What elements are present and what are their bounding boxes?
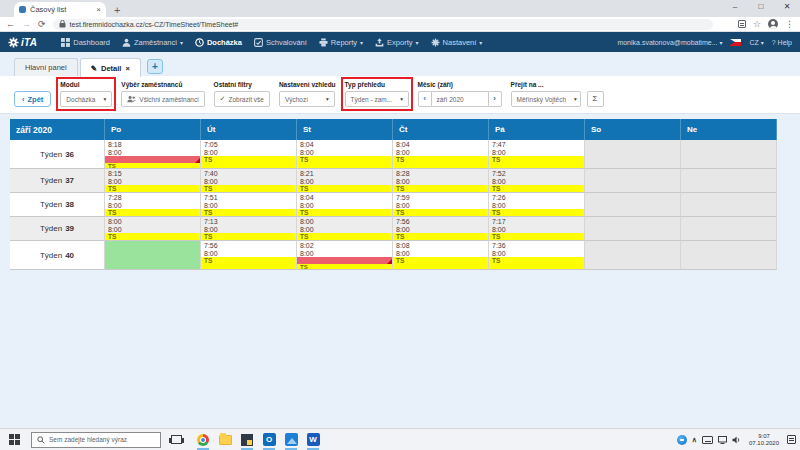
volume-icon[interactable] xyxy=(732,436,741,444)
timesheet-cell[interactable]: 8:218:00TS xyxy=(297,169,393,193)
add-tab-button[interactable]: + xyxy=(147,59,163,74)
nav-item-reporty[interactable]: Reporty▾ xyxy=(319,38,363,47)
tab-detail[interactable]: ✎ Detail × xyxy=(80,58,141,77)
maximize-icon[interactable]: □ xyxy=(748,0,774,16)
nav-item-dochazka[interactable]: Docházka xyxy=(195,38,242,47)
prev-month-button[interactable]: ‹ xyxy=(418,91,432,107)
network-icon[interactable] xyxy=(718,436,727,444)
timesheet-cell[interactable]: 8:288:00TS xyxy=(393,169,489,193)
timesheet-cell[interactable]: 8:048:00TS xyxy=(393,140,489,169)
back-button[interactable]: ‹ Zpět xyxy=(14,91,51,107)
timesheet-cell[interactable]: 8:088:00TS xyxy=(393,241,489,270)
nav-item-zamestnanci[interactable]: Zaměstnanci▾ xyxy=(122,38,183,47)
timesheet-cell[interactable]: 7:478:00TS xyxy=(489,140,585,169)
timesheet-cell[interactable]: 8:008:00TS xyxy=(297,217,393,241)
back-icon[interactable]: ← xyxy=(6,20,15,29)
month-value[interactable]: září 2020 xyxy=(432,91,488,107)
modul-select[interactable]: Docházka▾ xyxy=(60,91,112,107)
view-type-select[interactable]: Týden - zam...▾ xyxy=(345,91,409,107)
browser-menu-icon[interactable]: ⋮ xyxy=(785,20,794,29)
minimize-icon[interactable]: – xyxy=(722,0,748,16)
chevron-down-icon: ▾ xyxy=(395,96,403,102)
url-bar[interactable]: test.firemnidochazka.cz/cs-CZ/TimeSheet/… xyxy=(53,19,713,30)
taskbar-app-photos[interactable] xyxy=(284,431,298,448)
timesheet-cell[interactable]: 8:028:00TS xyxy=(297,241,393,270)
chevron-down-icon: ▾ xyxy=(416,39,419,46)
language-menu[interactable]: CZ ▾ xyxy=(749,39,763,46)
browser-tab[interactable]: Časový list × xyxy=(14,2,106,17)
nav-item-exporty[interactable]: Exporty▾ xyxy=(375,38,418,47)
taskbar-app-outlook[interactable]: O xyxy=(262,431,276,448)
profile-avatar[interactable] xyxy=(768,19,778,29)
nav-item-schvalovani[interactable]: Schvalování xyxy=(254,38,307,47)
refresh-icon[interactable]: ⟳ xyxy=(38,20,46,29)
taskbar-clock[interactable]: 9:07 07.10.2020 xyxy=(746,433,782,447)
timesheet-cell[interactable]: 7:058:00TS xyxy=(201,140,297,169)
taskbar-app-notes[interactable] xyxy=(240,431,254,448)
action-center-icon[interactable] xyxy=(787,435,796,444)
taskbar-app-word[interactable]: W xyxy=(306,431,320,448)
timesheet-cell[interactable]: 8:158:00TS xyxy=(105,169,201,193)
vacation-cell[interactable] xyxy=(105,241,201,270)
employees-button[interactable]: Všichni zaměstnanci xyxy=(121,91,204,107)
next-month-button[interactable]: › xyxy=(488,91,502,107)
tab-detail-close-icon[interactable]: × xyxy=(125,64,129,73)
timesheet-cell[interactable]: 8:188:00TS xyxy=(105,140,201,169)
worked-vs-plan-times: 7:178:00 xyxy=(489,217,584,233)
timesheet-cell[interactable]: 7:368:00TS xyxy=(489,241,585,270)
weekend-cell[interactable] xyxy=(585,217,681,241)
new-tab-icon[interactable]: + xyxy=(114,3,120,17)
weekend-cell[interactable] xyxy=(681,169,777,193)
task-view-icon[interactable] xyxy=(171,435,182,444)
weekend-cell[interactable] xyxy=(681,241,777,270)
chevron-down-icon: ▾ xyxy=(321,96,329,102)
translate-icon[interactable] xyxy=(738,20,746,28)
sum-button[interactable]: Σ xyxy=(587,91,604,107)
timesheet-cell[interactable]: 8:048:00TS xyxy=(297,140,393,169)
timesheet-cell[interactable]: 7:178:00TS xyxy=(489,217,585,241)
timesheet-cell[interactable]: 7:528:00TS xyxy=(489,169,585,193)
nav-item-nastaveni[interactable]: Nastavení▾ xyxy=(431,38,483,47)
app-navbar: iTA DashboardZaměstnanci▾DocházkaSchvalo… xyxy=(0,32,800,52)
timesheet-cell[interactable]: 7:568:00TS xyxy=(393,217,489,241)
timesheet-cell[interactable]: 7:138:00TS xyxy=(201,217,297,241)
start-button-icon[interactable] xyxy=(9,434,20,445)
close-icon[interactable]: ✕ xyxy=(774,0,800,16)
taskbar-app-explorer[interactable] xyxy=(218,431,232,448)
weekend-cell[interactable] xyxy=(681,140,777,169)
weekend-cell[interactable] xyxy=(585,193,681,217)
weekend-cell[interactable] xyxy=(585,241,681,270)
appearance-select[interactable]: Výchozí▾ xyxy=(279,91,335,107)
forward-icon[interactable]: → xyxy=(22,20,31,29)
show-all-button[interactable]: ✓ Zobrazit vše xyxy=(214,91,270,107)
week-label: Týden36 xyxy=(10,140,105,169)
timesheet-cell[interactable]: 7:518:00TS xyxy=(201,193,297,217)
tab-hlavni-panel[interactable]: Hlavní panel xyxy=(14,58,78,76)
taskbar-search[interactable]: Sem zadejte hledaný výraz xyxy=(31,432,161,448)
tab-close-icon[interactable]: × xyxy=(96,6,101,14)
ts-badge: TS xyxy=(393,209,488,217)
employee-jump-select[interactable]: Měřínský Vojtěch▾ xyxy=(511,91,581,107)
hidden-icons-caret[interactable]: ∧ xyxy=(692,436,697,444)
timesheet-cell[interactable]: 8:048:00TS xyxy=(297,193,393,217)
tray-app-icon[interactable] xyxy=(677,435,687,445)
taskbar: Sem zadejte hledaný výraz OW ∧ 9:07 07.1… xyxy=(0,428,800,450)
weekend-cell[interactable] xyxy=(681,217,777,241)
ts-strip: TS xyxy=(393,185,488,193)
taskbar-app-chrome[interactable] xyxy=(196,431,210,448)
timesheet-cell[interactable]: 7:568:00TS xyxy=(201,241,297,270)
weekend-cell[interactable] xyxy=(585,140,681,169)
bookmark-star-icon[interactable]: ☆ xyxy=(753,20,761,29)
user-menu[interactable]: monika.svatonova@mobatime... ▾ xyxy=(617,39,722,46)
help-link[interactable]: ? Help xyxy=(772,39,792,46)
timesheet-cell[interactable]: 8:008:00TS xyxy=(105,217,201,241)
timesheet-cell[interactable]: 7:408:00TS xyxy=(201,169,297,193)
app-logo[interactable]: iTA xyxy=(8,37,37,48)
weekend-cell[interactable] xyxy=(681,193,777,217)
timesheet-cell[interactable]: 7:268:00TS xyxy=(489,193,585,217)
touch-keyboard-icon[interactable] xyxy=(702,436,713,444)
timesheet-cell[interactable]: 7:288:00TS xyxy=(105,193,201,217)
nav-item-dashboard[interactable]: Dashboard xyxy=(61,38,110,47)
weekend-cell[interactable] xyxy=(585,169,681,193)
timesheet-cell[interactable]: 7:598:00TS xyxy=(393,193,489,217)
